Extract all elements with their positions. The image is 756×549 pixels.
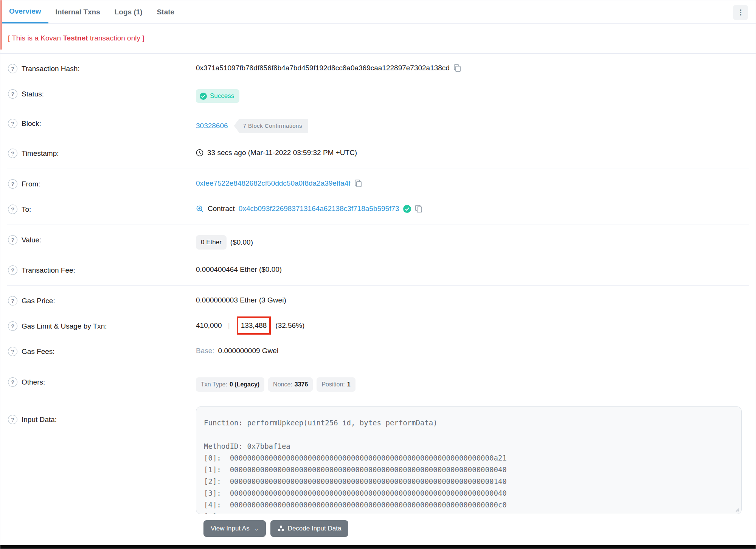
value-label: Value: — [22, 236, 41, 244]
help-icon[interactable]: ? — [8, 149, 17, 158]
row-transaction-fee: ? Transaction Fee: 0.000400464 Ether ($0… — [8, 257, 749, 283]
section-overview-top: ? Transaction Hash: 0x371a51097fb78df856… — [0, 54, 756, 169]
to-label: To: — [22, 205, 31, 214]
help-icon[interactable]: ? — [8, 377, 17, 387]
to-contract-prefix: Contract — [208, 205, 235, 213]
transaction-hash-label: Transaction Hash: — [22, 65, 79, 73]
from-address-link[interactable]: 0xfee7522e8482682cf50ddc50a0f8da2a39effa… — [196, 179, 351, 188]
check-circle-icon — [200, 93, 207, 100]
help-icon[interactable]: ? — [8, 265, 17, 275]
help-icon[interactable]: ? — [8, 347, 17, 356]
resize-handle-icon[interactable] — [734, 507, 739, 512]
decode-input-data-button[interactable]: Decode Input Data — [270, 520, 349, 537]
row-status: ? Status: Success — [8, 81, 756, 111]
gas-fees-base-label: Base: — [196, 347, 214, 355]
annotation-red-box: 133,488 — [237, 316, 271, 335]
status-label: Status: — [22, 90, 44, 98]
help-icon[interactable]: ? — [8, 321, 17, 331]
gas-fees-label: Gas Fees: — [22, 347, 55, 356]
copy-icon[interactable] — [453, 64, 461, 72]
txn-type-chip: Txn Type: 0 (Legacy) — [196, 377, 264, 392]
row-gas-price: ? Gas Price: 0.000000003 Ether (3 Gwei) — [8, 288, 749, 313]
view-input-as-label: View Input As — [211, 525, 250, 532]
to-address-link[interactable]: 0x4cb093f226983713164a62138c3f718a5b595f… — [239, 205, 399, 213]
gas-limit-value: 410,000 — [196, 321, 222, 330]
chip-value: 3376 — [295, 381, 308, 388]
row-timestamp: ? Timestamp: 33 secs ago (Mar-11-2022 03… — [8, 141, 756, 166]
timestamp-value: 33 secs ago (Mar-11-2022 03:59:32 PM +UT… — [207, 149, 357, 157]
help-icon[interactable]: ? — [8, 179, 17, 189]
section-others-input: ? Others: Txn Type: 0 (Legacy) Nonce: 33… — [7, 367, 749, 549]
tab-logs[interactable]: Logs (1) — [107, 0, 150, 23]
row-input-data: ? Input Data: Function: performUpkeep(ui… — [8, 400, 749, 514]
input-data-actions: View Input As ⌄ Decode Input Data — [203, 520, 749, 537]
decode-icon — [278, 525, 284, 532]
row-gas-limit-usage: ? Gas Limit & Usage by Txn: 410,000 | 13… — [8, 313, 749, 339]
tab-overview[interactable]: Overview — [2, 0, 48, 23]
gas-fees-base-value: 0.000000009 Gwei — [218, 347, 279, 355]
left-edge-artifact — [0, 0, 2, 50]
help-icon[interactable]: ? — [8, 64, 17, 73]
input-data-text: Function: performUpkeep(uint256 id, byte… — [204, 417, 734, 514]
transaction-hash-value: 0x371a51097fb78df856f8b4a7bd459f192d8cc8… — [196, 64, 450, 72]
position-chip: Position: 1 — [317, 377, 355, 392]
block-number-link[interactable]: 30328606 — [196, 122, 228, 130]
decode-input-data-label: Decode Input Data — [288, 525, 342, 532]
notice-suffix: transaction only ] — [88, 34, 144, 42]
copy-icon[interactable] — [415, 205, 422, 213]
notice-bold: Testnet — [63, 34, 88, 42]
view-input-as-button[interactable]: View Input As ⌄ — [203, 520, 266, 537]
row-block: ? Block: 30328606 7 Block Confirmations — [8, 111, 756, 141]
help-icon[interactable]: ? — [8, 119, 17, 128]
chevron-down-icon: ⌄ — [255, 526, 259, 532]
row-value: ? Value: 0 Ether ($0.00) — [8, 227, 749, 257]
help-icon[interactable]: ? — [8, 205, 17, 214]
block-label: Block: — [22, 119, 41, 128]
kebab-icon: ⋮ — [737, 8, 744, 17]
transaction-fee-value: 0.000400464 Ether ($0.00) — [196, 265, 282, 274]
status-badge-text: Success — [210, 92, 234, 100]
verified-check-icon — [403, 205, 411, 213]
separator-bar: | — [226, 321, 232, 330]
value-usd: ($0.00) — [230, 238, 253, 247]
gas-usage-percent: (32.56%) — [275, 321, 304, 330]
ether-value-badge: 0 Ether — [196, 235, 227, 250]
chip-value: 1 — [347, 381, 351, 388]
transaction-fee-label: Transaction Fee: — [22, 266, 75, 274]
more-options-button[interactable]: ⋮ — [733, 5, 748, 20]
tab-bar: Overview Internal Txns Logs (1) State ⋮ — [0, 0, 756, 24]
row-gas-fees: ? Gas Fees: Base: 0.000000009 Gwei — [8, 339, 749, 364]
block-confirmations-badge: 7 Block Confirmations — [234, 119, 308, 133]
copy-icon[interactable] — [354, 179, 362, 188]
input-data-label: Input Data: — [22, 416, 57, 424]
gas-usage-value: 133,488 — [241, 321, 267, 329]
tab-state[interactable]: State — [150, 0, 182, 23]
row-to: ? To: Contract 0x4cb093f226983713164a621… — [8, 197, 749, 222]
gas-limit-usage-label: Gas Limit & Usage by Txn: — [22, 322, 107, 330]
chip-label: Txn Type: — [201, 381, 227, 388]
section-value-fee: ? Value: 0 Ether ($0.00) ? Transaction F… — [7, 225, 749, 285]
help-icon[interactable]: ? — [8, 296, 17, 306]
gas-price-value: 0.000000003 Ether (3 Gwei) — [196, 296, 286, 304]
notice-prefix: [ This is a Kovan — [8, 34, 63, 42]
section-gas: ? Gas Price: 0.000000003 Ether (3 Gwei) … — [7, 285, 749, 367]
timestamp-label: Timestamp: — [22, 149, 59, 158]
tab-internal-txns[interactable]: Internal Txns — [48, 0, 107, 23]
input-data-textarea[interactable]: Function: performUpkeep(uint256 id, byte… — [196, 406, 742, 514]
zoom-in-icon[interactable] — [196, 205, 204, 213]
help-icon[interactable]: ? — [8, 235, 17, 245]
chip-value: 0 (Legacy) — [230, 381, 259, 388]
help-icon[interactable]: ? — [8, 89, 17, 99]
bottom-black-bar — [0, 545, 756, 549]
gas-price-label: Gas Price: — [22, 297, 55, 305]
status-badge: Success — [196, 89, 239, 103]
row-others: ? Others: Txn Type: 0 (Legacy) Nonce: 33… — [8, 369, 749, 400]
chip-label: Position: — [321, 381, 345, 388]
testnet-notice: [ This is a Kovan Testnet transaction on… — [0, 24, 756, 54]
from-label: From: — [22, 180, 40, 188]
nonce-chip: Nonce: 3376 — [268, 377, 313, 392]
help-icon[interactable]: ? — [8, 415, 17, 424]
others-label: Others: — [22, 378, 45, 386]
section-addresses: ? From: 0xfee7522e8482682cf50ddc50a0f8da… — [7, 169, 749, 225]
chip-label: Nonce: — [273, 381, 292, 388]
